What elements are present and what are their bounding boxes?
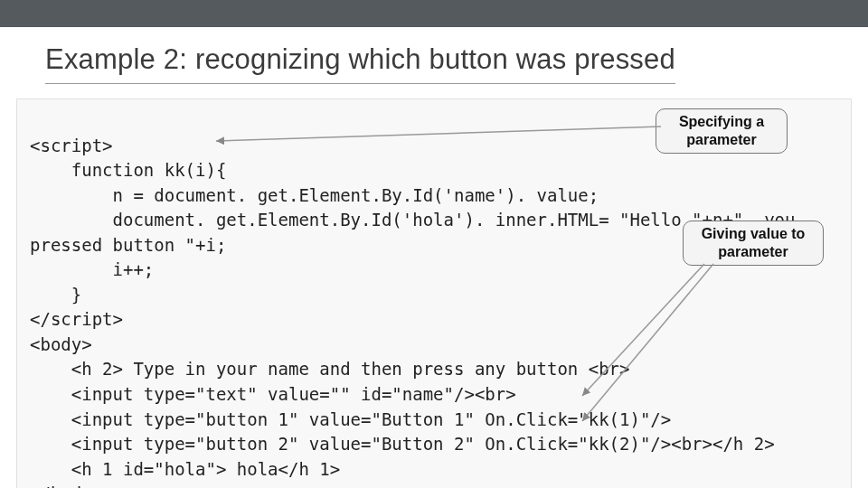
slide-title: Example 2: recognizing which button was … <box>45 43 675 84</box>
code-line: } <box>30 285 81 305</box>
code-line: <h 2> Type in your name and then press a… <box>30 359 629 379</box>
svg-line-2 <box>582 264 713 421</box>
code-line: <input type="text" value="" id="name"/><… <box>30 384 516 404</box>
annotation-arrows <box>17 99 853 488</box>
callout-giving-value: Giving value to parameter <box>683 221 824 266</box>
svg-line-0 <box>216 127 661 141</box>
code-line: i++; <box>30 259 154 279</box>
code-line: <body> <box>30 334 92 354</box>
callout-specifying-parameter: Specifying a parameter <box>656 108 788 154</box>
code-line: <script> <box>30 136 113 155</box>
code-line: n = document. get.Element.By.Id('name').… <box>30 185 599 205</box>
code-line: </body> <box>30 483 102 488</box>
code-line: pressed button "+i; <box>30 235 226 255</box>
code-line: <h 1 id="hola"> hola</h 1> <box>30 459 340 479</box>
code-panel: <script> function kk(i){ n = document. g… <box>16 99 852 488</box>
code-line: </script> <box>30 309 123 329</box>
code-line: document. get.Element.By.Id('hola'). inn… <box>30 210 795 230</box>
title-area: Example 2: recognizing which button was … <box>0 27 868 93</box>
code-line: <input type="button 1" value="Button 1" … <box>30 409 671 429</box>
code-line: function kk(i){ <box>30 160 226 180</box>
code-line: <input type="button 2" value="Button 2" … <box>30 434 775 454</box>
slide-header-bar <box>0 0 868 27</box>
